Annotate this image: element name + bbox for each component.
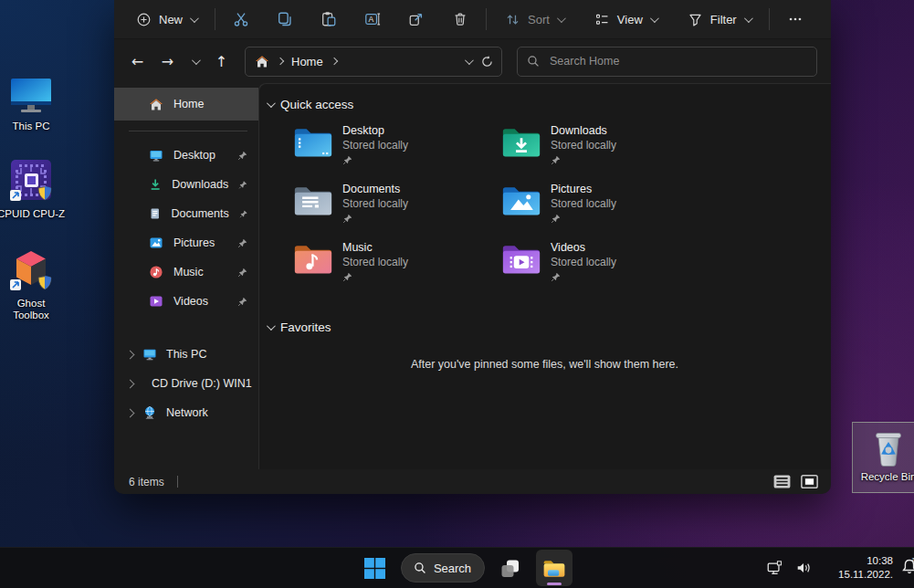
- share-button[interactable]: [400, 5, 433, 34]
- breadcrumb: Home: [255, 55, 465, 68]
- tile-title: Videos: [551, 240, 616, 255]
- trash-icon: [452, 11, 468, 27]
- documents-folder-icon: [293, 182, 333, 218]
- address-bar[interactable]: Home: [245, 47, 502, 77]
- chevron-down-icon: [190, 14, 199, 23]
- pictures-icon: [149, 236, 163, 250]
- expand-chevron-icon[interactable]: [126, 350, 135, 359]
- sidebar-item-pictures[interactable]: Pictures: [114, 228, 258, 257]
- this-pc-icon: [142, 347, 157, 362]
- pin-icon: [342, 214, 352, 224]
- breadcrumb-root[interactable]: Home: [291, 55, 323, 68]
- pin-icon: [238, 180, 247, 190]
- folder-tile-music[interactable]: Music Stored locally: [293, 240, 501, 299]
- desktop-icon-ghost-toolbox[interactable]: Ghost Toolbox: [2, 248, 60, 321]
- delete-button[interactable]: [444, 5, 477, 34]
- sort-button[interactable]: Sort: [496, 6, 573, 33]
- collapse-chevron-icon[interactable]: [267, 99, 276, 108]
- tile-title: Downloads: [551, 123, 616, 138]
- clock-time: 10:38: [825, 554, 893, 568]
- network-tray-icon[interactable]: [762, 554, 787, 582]
- rename-icon: A: [364, 11, 381, 27]
- task-view-button[interactable]: [492, 550, 529, 586]
- sidebar-item-home[interactable]: Home: [114, 88, 258, 121]
- clock-date: 15.11.2022.: [825, 568, 893, 582]
- taskbar-file-explorer-button[interactable]: [536, 550, 573, 586]
- forward-button[interactable]: →: [153, 47, 182, 76]
- desktop-icon-label: Ghost Toolbox: [2, 298, 60, 321]
- content-pane: Quick access Desktop: [258, 83, 831, 469]
- folder-tile-downloads[interactable]: Downloads Stored locally: [501, 123, 709, 182]
- back-button[interactable]: ←: [123, 47, 152, 76]
- taskbar-clock[interactable]: 10:38 15.11.2022.: [825, 554, 893, 582]
- rename-button[interactable]: A: [356, 5, 389, 34]
- up-button[interactable]: ↑: [207, 47, 236, 76]
- desktop-icon-this-pc[interactable]: This PC: [2, 77, 60, 132]
- desktop-icon-recycle-bin[interactable]: Recycle Bin: [852, 422, 914, 493]
- ethernet-icon: [766, 560, 783, 576]
- sidebar-item-network[interactable]: Network: [114, 398, 258, 427]
- sidebar-item-desktop[interactable]: Desktop: [114, 141, 258, 170]
- chevron-down-icon: [557, 14, 566, 23]
- copy-button[interactable]: [268, 5, 301, 34]
- sidebar-item-label: Pictures: [173, 236, 215, 249]
- tile-subtitle: Stored locally: [342, 138, 408, 152]
- desktop-icon: [149, 148, 163, 163]
- recycle-bin-icon: [870, 427, 907, 469]
- sidebar-item-this-pc[interactable]: This PC: [114, 340, 258, 369]
- cut-button[interactable]: [225, 5, 257, 34]
- search-input[interactable]: [548, 54, 807, 68]
- chevron-down-icon: [191, 56, 200, 65]
- new-button[interactable]: New: [127, 6, 205, 33]
- search-icon: [527, 55, 540, 68]
- sidebar-item-label: Music: [173, 266, 204, 278]
- expand-chevron-icon[interactable]: [126, 379, 135, 388]
- filter-label: Filter: [710, 13, 737, 26]
- refresh-icon[interactable]: [480, 55, 494, 68]
- breadcrumb-chevron-icon: [330, 58, 337, 65]
- pin-icon: [342, 155, 352, 165]
- address-dropdown-chevron-icon[interactable]: [465, 56, 474, 65]
- start-button[interactable]: [357, 550, 394, 586]
- volume-tray-icon[interactable]: [791, 554, 816, 582]
- sidebar-item-videos[interactable]: Videos: [114, 287, 258, 316]
- shortcut-arrow-overlay: [10, 190, 21, 201]
- new-label: New: [159, 13, 183, 26]
- collapse-chevron-icon[interactable]: [267, 321, 276, 331]
- desktop-icon-cpuz[interactable]: CPUID CPU-Z: [2, 159, 60, 220]
- folder-tile-desktop[interactable]: Desktop Stored locally: [293, 123, 501, 182]
- music-icon: [149, 265, 163, 279]
- more-options-button[interactable]: [779, 5, 812, 34]
- desktop-icon-label: Recycle Bin: [861, 471, 914, 483]
- cpuz-icon: [8, 159, 54, 205]
- sidebar-item-documents[interactable]: Documents: [114, 199, 258, 228]
- file-explorer-icon: [541, 557, 567, 580]
- view-button[interactable]: View: [585, 6, 666, 33]
- item-count: 6 items: [129, 476, 164, 488]
- quick-access-header[interactable]: Quick access: [267, 98, 831, 111]
- favorites-header[interactable]: Favorites: [267, 320, 831, 334]
- folder-tile-pictures[interactable]: Pictures Stored locally: [501, 182, 709, 240]
- breadcrumb-chevron-icon: [277, 58, 284, 65]
- search-box[interactable]: [517, 47, 817, 77]
- recent-locations-button[interactable]: [184, 47, 205, 76]
- taskbar-search[interactable]: Search: [401, 553, 485, 583]
- folder-tile-documents[interactable]: Documents Stored locally: [293, 182, 501, 240]
- paste-button[interactable]: [312, 5, 345, 34]
- sidebar-item-music[interactable]: Music: [114, 257, 258, 287]
- notification-bell-button[interactable]: z z: [900, 556, 914, 580]
- taskbar: Search: [0, 547, 914, 588]
- sidebar-item-cd-drive[interactable]: CD Drive (D:) WIN1: [114, 369, 258, 398]
- pin-icon: [551, 272, 561, 282]
- filter-button[interactable]: Filter: [678, 6, 760, 33]
- tile-title: Documents: [342, 182, 408, 196]
- sidebar-item-label: Downloads: [172, 178, 228, 191]
- large-icons-view-button[interactable]: [798, 473, 820, 491]
- status-bar: 6 items: [114, 469, 831, 494]
- desktop-icon-label: This PC: [13, 121, 50, 132]
- sidebar-item-downloads[interactable]: Downloads: [114, 170, 258, 199]
- details-view-button[interactable]: [771, 473, 793, 491]
- sidebar-item-label: This PC: [166, 348, 206, 361]
- expand-chevron-icon[interactable]: [126, 408, 135, 417]
- folder-tile-videos[interactable]: Videos Stored locally: [501, 240, 709, 299]
